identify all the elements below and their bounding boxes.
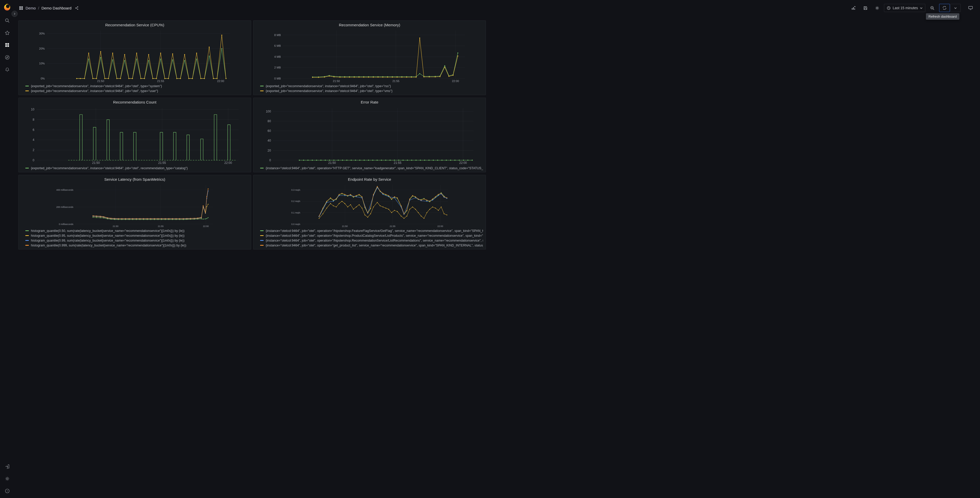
legend-item[interactable]: histogram_quantile(0.50, sum(rate(latenc… [25, 228, 248, 233]
legend-swatch [25, 86, 29, 86]
svg-text:0 MB: 0 MB [274, 77, 281, 80]
panel-header[interactable]: Recommendations Count [19, 98, 251, 106]
share-dashboard-button[interactable] [75, 6, 79, 10]
svg-text:21:50: 21:50 [333, 80, 340, 83]
breadcrumb-page[interactable]: Demo Dashboard [41, 6, 72, 10]
legend-label: {instance="otelcol:9464", job="otel", op… [266, 166, 483, 170]
legend: {exported_job="recommendationservice", i… [253, 83, 486, 95]
legend-label: {exported_job="recommendationservice", i… [31, 85, 162, 88]
legend-item[interactable]: {exported_job="recommendationservice", i… [260, 88, 483, 93]
panel-recommendations-count: Recommendations Count 024681021:5021:552… [18, 97, 251, 172]
svg-text:30%: 30% [39, 32, 45, 35]
panel-endpoint-rate: Endpoint Rate by Service 0.0 req/s0.1 re… [253, 175, 486, 249]
svg-text:0.2 req/s: 0.2 req/s [291, 200, 301, 203]
svg-text:20: 20 [267, 149, 271, 152]
panel-header[interactable]: Service Latency (from SpanMetrics) [19, 175, 251, 183]
svg-text:22:00: 22:00 [438, 225, 443, 228]
dashboards-icon [5, 43, 10, 47]
legend-item[interactable]: {exported_job="recommendationservice", i… [25, 88, 248, 93]
timeseries-chart-error-rate[interactable]: 02040608010021:5021:5522:00 [253, 106, 486, 165]
panel-header[interactable]: Recommendation Service (Memory) [253, 21, 486, 29]
legend-swatch [260, 240, 264, 241]
grafana-logo-icon [3, 3, 11, 11]
breadcrumb-section[interactable]: Demo [25, 6, 36, 10]
timeseries-chart-cpu[interactable]: 0%10%20%30%21:5021:5522:00 [19, 29, 251, 83]
search-icon [5, 18, 10, 23]
svg-text:21:55: 21:55 [157, 80, 164, 83]
legend-label: {exported_job="recommendationservice", i… [31, 89, 158, 93]
svg-text:0 milliseconds: 0 milliseconds [59, 223, 73, 225]
sidebar-item-alerting[interactable] [0, 64, 14, 76]
legend-item[interactable]: {instance="otelcol:9464", job="otel", op… [260, 243, 483, 248]
svg-text:0: 0 [269, 158, 271, 162]
svg-text:400 milliseconds: 400 milliseconds [56, 189, 73, 191]
legend-item[interactable]: {instance="otelcol:9464", job="otel", op… [260, 166, 483, 171]
sidebar: ? [0, 0, 14, 249]
legend-swatch [25, 168, 29, 168]
share-alt-icon [75, 6, 79, 10]
timeseries-chart-memory[interactable]: 0 MB2 MB4 MB6 MB8 MB21:5021:5522:00 [253, 29, 486, 83]
svg-text:6: 6 [33, 128, 35, 132]
legend-item[interactable]: {instance="otelcol:9464", job="otel", op… [260, 238, 483, 243]
legend-item[interactable]: {exported_job="recommendationservice", i… [260, 84, 483, 88]
svg-text:21:55: 21:55 [158, 225, 164, 228]
legend-swatch [25, 245, 29, 246]
legend-item[interactable]: {instance="otelcol:9464", job="otel", op… [260, 228, 483, 233]
svg-text:20%: 20% [39, 47, 45, 50]
panel-header[interactable]: Recommendation Service (CPU%) [19, 21, 251, 29]
sidebar-item-explore[interactable] [0, 51, 14, 64]
timeseries-chart-latency[interactable]: 0 milliseconds200 milliseconds400 millis… [19, 183, 251, 228]
svg-text:21:55: 21:55 [394, 161, 401, 164]
legend: histogram_quantile(0.50, sum(rate(latenc… [19, 228, 251, 249]
panel-title: Error Rate [361, 100, 379, 104]
legend-swatch [260, 235, 264, 236]
svg-text:2 MB: 2 MB [274, 66, 281, 69]
legend-label: histogram_quantile(0.50, sum(rate(latenc… [31, 229, 185, 233]
legend-item[interactable]: {exported_job="recommendationservice", i… [25, 84, 248, 88]
svg-text:10: 10 [31, 108, 35, 111]
svg-text:0.1 req/s: 0.1 req/s [291, 211, 301, 214]
svg-text:22:00: 22:00 [459, 161, 467, 164]
sidebar-expand-button[interactable] [11, 11, 18, 17]
legend-item[interactable]: {exported_job="recommendationservice", i… [25, 166, 248, 171]
legend-item[interactable]: {instance="otelcol:9464", job="otel", op… [260, 233, 483, 238]
breadcrumb: Demo / Demo Dashboard [19, 6, 79, 10]
legend-item[interactable]: histogram_quantile(0.95, sum(rate(latenc… [25, 233, 248, 238]
timeseries-chart-endpoint-rate[interactable]: 0.0 req/s0.1 req/s0.2 req/s0.3 req/s21:5… [253, 183, 486, 228]
svg-text:0.3 req/s: 0.3 req/s [291, 189, 301, 191]
svg-text:22:00: 22:00 [452, 80, 459, 83]
svg-text:21:55: 21:55 [390, 225, 396, 228]
svg-text:22:00: 22:00 [217, 80, 224, 83]
svg-text:22:00: 22:00 [224, 161, 232, 164]
panel-header[interactable]: Endpoint Rate by Service [253, 175, 486, 183]
svg-text:80: 80 [267, 120, 271, 123]
legend-swatch [260, 86, 264, 86]
panel-title: Service Latency (from SpanMetrics) [104, 177, 165, 182]
sidebar-item-starred[interactable] [0, 27, 14, 39]
legend-swatch [260, 91, 264, 91]
apps-grid-icon[interactable] [19, 6, 23, 10]
legend-item[interactable]: histogram_quantile(0.99, sum(rate(latenc… [25, 238, 248, 243]
dashboard-header: Demo / Demo Dashboard [14, 0, 490, 16]
panel-recommendation-memory: Recommendation Service (Memory) 0 MB2 MB… [253, 21, 486, 95]
svg-text:0.0 req/s: 0.0 req/s [291, 223, 301, 225]
timeseries-chart-count[interactable]: 024681021:5021:5522:00 [19, 106, 251, 165]
panel-title: Recommendation Service (CPU%) [105, 23, 164, 27]
sidebar-item-search[interactable] [0, 14, 14, 27]
sidebar-item-dashboards[interactable] [0, 39, 14, 51]
svg-text:0%: 0% [41, 77, 45, 80]
svg-text:21:50: 21:50 [97, 80, 104, 83]
chevron-right-icon [14, 13, 16, 15]
svg-text:200 milliseconds: 200 milliseconds [56, 206, 73, 208]
legend-swatch [25, 91, 29, 91]
legend-item[interactable]: histogram_quantile(0.999, sum(rate(laten… [25, 243, 248, 248]
grafana-logo[interactable] [3, 0, 11, 14]
svg-text:21:50: 21:50 [342, 225, 348, 228]
svg-text:21:50: 21:50 [328, 161, 336, 164]
svg-text:60: 60 [267, 129, 271, 132]
dashboard-grid: Recommendation Service (CPU%) 0%10%20%30… [14, 16, 490, 249]
panel-recommendation-cpu: Recommendation Service (CPU%) 0%10%20%30… [18, 21, 251, 95]
legend: {instance="otelcol:9464", job="otel", op… [253, 228, 486, 249]
svg-text:100: 100 [266, 110, 271, 113]
panel-header[interactable]: Error Rate [253, 98, 486, 106]
